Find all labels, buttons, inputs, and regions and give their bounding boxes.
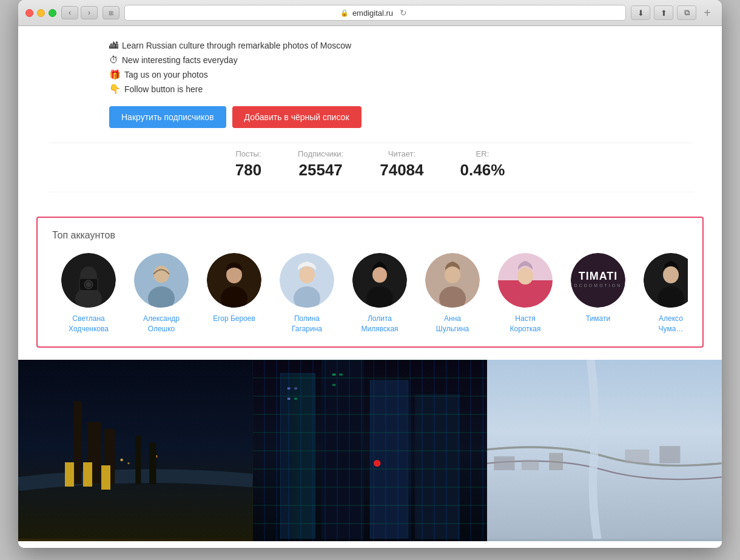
- avatar-nastya-image: [498, 253, 553, 308]
- stat-posts-label: Посты:: [235, 149, 261, 158]
- top-accounts-section: Топ аккаунтов: [36, 217, 704, 348]
- photo-grid: [18, 360, 722, 542]
- new-window-button[interactable]: ⧉: [677, 5, 696, 20]
- browser-window: ‹ › ⊞ 🔒 emdigital.ru ↻ ⬇ ⬆ ⧉ +: [18, 0, 722, 548]
- svg-rect-31: [73, 401, 82, 484]
- stat-subscribers-value: 25547: [299, 161, 343, 180]
- photo-aerial-image: [487, 360, 722, 539]
- svg-rect-55: [494, 456, 515, 470]
- account-lolita-name: ЛолитаМилявская: [361, 314, 398, 334]
- stat-subscribers-label: Подписчики:: [298, 149, 343, 158]
- account-alexo[interactable]: АлексоЧума…: [634, 253, 688, 334]
- account-alexo-name: АлексоЧума…: [659, 314, 684, 334]
- gift-emoji: 🎁: [109, 67, 121, 82]
- svg-text:TIMATI: TIMATI: [579, 270, 618, 282]
- bio-text-4: Follow button is here: [124, 83, 203, 96]
- address-bar-row: 🔒 emdigital.ru ↻: [124, 5, 626, 21]
- clock-emoji: ⏱: [109, 53, 118, 67]
- lock-icon: 🔒: [340, 9, 349, 17]
- account-egor[interactable]: Егор Бероев: [198, 253, 271, 324]
- top-accounts-title: Топ аккаунтов: [52, 230, 688, 241]
- photo-moscow[interactable]: [18, 360, 253, 542]
- account-lolita[interactable]: ЛолитаМилявская: [343, 253, 416, 334]
- forward-button[interactable]: ›: [81, 6, 98, 19]
- avatar-nastya: [498, 253, 553, 308]
- avatar-polina-image: [280, 253, 334, 308]
- svg-rect-40: [253, 360, 488, 539]
- browser-chrome: ‹ › ⊞ 🔒 emdigital.ru ↻ ⬇ ⬆ ⧉ +: [18, 0, 722, 26]
- stat-posts-value: 780: [235, 161, 261, 180]
- bio-text-2: New interesting facts everyday: [122, 53, 238, 67]
- stat-er-label: ER:: [476, 149, 489, 158]
- account-timati[interactable]: TIMATI DCDOMOTION Тимати: [562, 253, 634, 324]
- bio-line-2: ⏱ New interesting facts everyday: [109, 53, 351, 67]
- svg-rect-38: [135, 436, 141, 484]
- tab-view-button[interactable]: ⊞: [103, 6, 119, 19]
- svg-rect-59: [660, 446, 681, 463]
- page-content: 🏙 Learn Russian culture through remarkab…: [18, 26, 722, 548]
- account-polina[interactable]: ПолинаГагарина: [271, 253, 343, 334]
- svg-rect-57: [550, 453, 563, 470]
- mountain-emoji: 🏙: [109, 38, 118, 53]
- stat-following-value: 74084: [380, 161, 423, 180]
- stat-er-value: 0.46%: [460, 161, 505, 180]
- svg-rect-34: [104, 428, 115, 484]
- blacklist-button[interactable]: Добавить в чёрный список: [232, 106, 362, 128]
- stat-posts: Посты: 780: [235, 149, 261, 180]
- account-alexander-name: АлександрОлешко: [143, 314, 180, 334]
- account-svetlana[interactable]: СветланаХодченкова: [52, 253, 125, 334]
- svg-point-7: [153, 266, 169, 283]
- avatar-alexander: [134, 253, 189, 308]
- avatar-lolita-image: [352, 253, 407, 308]
- bio-line-1: 🏙 Learn Russian culture through remarkab…: [109, 38, 351, 53]
- traffic-lights: [25, 9, 56, 17]
- stats-row: Посты: 780 Подписчики: 25547 Читает: 740…: [49, 143, 691, 192]
- account-polina-name: ПолинаГагарина: [292, 314, 322, 334]
- svg-rect-45: [280, 373, 315, 539]
- svg-rect-51: [339, 373, 343, 375]
- account-svetlana-name: СветланаХодченкова: [69, 314, 109, 334]
- svg-point-53: [374, 459, 380, 466]
- account-alexander[interactable]: АлександрОлешко: [125, 253, 198, 334]
- svg-point-13: [299, 266, 315, 283]
- bio-lines: 🏙 Learn Russian culture through remarkab…: [49, 38, 351, 96]
- reload-button[interactable]: ↻: [397, 6, 410, 19]
- photo-aerial[interactable]: [487, 360, 722, 542]
- svg-rect-58: [625, 449, 650, 463]
- photo-buildings[interactable]: [253, 360, 488, 542]
- photo-moscow-image: [18, 360, 253, 539]
- share-button[interactable]: ⬆: [654, 5, 673, 20]
- svg-rect-48: [288, 397, 291, 399]
- account-nastya[interactable]: НастяКороткая: [489, 253, 562, 334]
- minimize-window-button[interactable]: [37, 9, 45, 17]
- account-anna[interactable]: АннаШульгина: [416, 253, 489, 334]
- bio-text-1: Learn Russian culture through remarkable…: [122, 39, 351, 52]
- bio-line-3: 🎁 Tag us on your photos: [109, 67, 351, 82]
- photo-buildings-image: [253, 360, 488, 539]
- close-window-button[interactable]: [25, 9, 33, 17]
- stat-er: ER: 0.46%: [460, 149, 505, 180]
- svg-rect-50: [332, 373, 335, 375]
- avatar-polina: [280, 253, 334, 308]
- account-egor-name: Егор Бероев: [213, 314, 255, 324]
- svg-rect-46: [288, 387, 291, 389]
- bio-text-3: Tag us on your photos: [124, 68, 208, 81]
- stat-following: Читает: 74084: [380, 149, 423, 180]
- svg-point-35: [120, 458, 123, 461]
- boost-followers-button[interactable]: Накрутить подписчиков: [109, 106, 226, 128]
- avatar-timati: TIMATI DCDOMOTION: [571, 253, 625, 308]
- maximize-window-button[interactable]: [49, 9, 56, 17]
- new-tab-button[interactable]: +: [700, 5, 715, 20]
- download-button[interactable]: ⬇: [631, 5, 650, 20]
- account-timati-name: Тимати: [586, 314, 610, 324]
- svg-rect-39: [149, 442, 156, 484]
- svg-point-16: [372, 267, 387, 283]
- avatar-lolita: [352, 253, 407, 308]
- back-button[interactable]: ‹: [61, 6, 78, 19]
- bio-line-4: 👇 Follow button is here: [109, 82, 351, 96]
- svg-point-23: [517, 268, 533, 285]
- address-bar[interactable]: 🔒 emdigital.ru ↻: [124, 5, 626, 21]
- svg-rect-49: [294, 397, 297, 399]
- avatar-svetlana: [61, 253, 116, 308]
- avatar-anna: [425, 253, 480, 308]
